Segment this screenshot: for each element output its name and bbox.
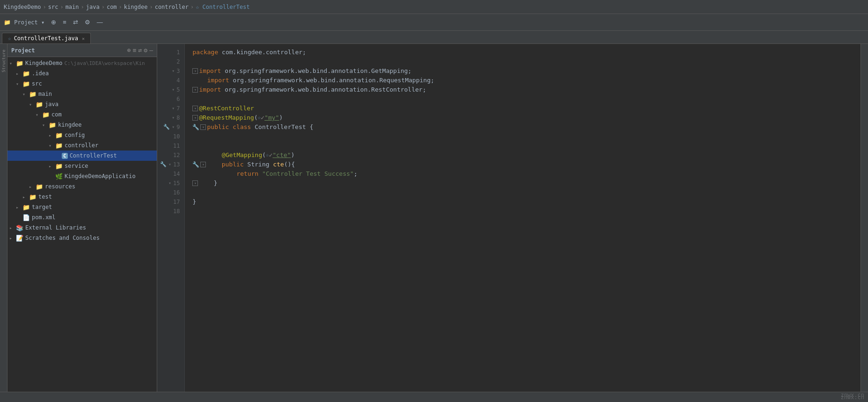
arrow-src: ▾ (16, 81, 22, 86)
tree-item-external-libs[interactable]: ▸ 📚 External Libraries (7, 223, 157, 233)
code-line-1: package com.kingdee.controller; (192, 48, 861, 57)
line-num-2: 2 (157, 57, 184, 66)
token-method-13: cte (273, 160, 284, 169)
code-line-12: @GetMapping ( ☆ ✓ "cte" ) (192, 151, 861, 160)
folder-icon-controller: 📁 (55, 142, 63, 149)
breadcrumb-main[interactable]: main (66, 4, 79, 10)
arrow-kingdee-pkg: ▾ (42, 122, 49, 128)
tree-item-service[interactable]: ▸ 📁 service (7, 161, 157, 171)
list-icon[interactable]: ≡ (133, 47, 137, 54)
folder-icon-src: 📁 (22, 80, 30, 87)
tree-label-src: src (32, 80, 42, 87)
right-strip (861, 44, 868, 392)
line-num-13: 🔧 ▾13 (157, 160, 184, 169)
tree-item-target[interactable]: ▸ 📁 target (7, 202, 157, 212)
tab-close-button[interactable]: ✕ (82, 36, 85, 41)
breadcrumb-src[interactable]: src (48, 4, 58, 10)
code-line-17: } (192, 197, 861, 207)
code-line-11 (192, 141, 861, 151)
sync-icon[interactable]: ⇄ (139, 47, 142, 54)
fold-marker-3[interactable]: ▾ (192, 68, 198, 74)
fold-marker-13[interactable]: ▾ (200, 162, 206, 167)
breadcrumb-com[interactable]: com (107, 4, 117, 10)
tree-item-idea[interactable]: ▸ 📁 .idea (7, 68, 157, 79)
tree-item-kingdeeapp[interactable]: 🌿 KingdeeDemoApplicatio (7, 171, 157, 181)
line-num-18: 18 (157, 207, 184, 216)
breadcrumb-project[interactable]: KingdeeDemo (4, 4, 41, 10)
tree-item-config[interactable]: ▸ 📁 config (7, 130, 157, 140)
tab-bar: ☆ ControllerTest.java ✕ (0, 31, 868, 44)
spring-run-icon-13[interactable]: 🔧 (192, 160, 199, 169)
breadcrumb-java[interactable]: java (86, 4, 100, 10)
project-dropdown[interactable]: 📁 Project ▾ (4, 19, 44, 26)
code-line-15: ▾ } (192, 179, 861, 188)
arrow-main: ▾ (22, 92, 29, 97)
fold-marker-15[interactable]: ▾ (192, 180, 198, 186)
tree-item-controllertest[interactable]: C ControllerTest (7, 151, 157, 161)
scratches-icon: 📝 (16, 235, 23, 242)
token-return-14: return (236, 169, 258, 179)
breadcrumb: KingdeeDemo › src › main › java › com › … (4, 4, 250, 10)
status-bar: znwx.cn (0, 392, 868, 402)
tree-item-java[interactable]: ▾ 📁 java (7, 99, 157, 109)
tree-label-target: target (32, 204, 52, 210)
tree-label-resources: resources (45, 183, 75, 190)
tree-label-external-libs: External Libraries (25, 224, 86, 231)
spring-symbol-8: ☆ (258, 113, 261, 122)
tree-item-pomxml[interactable]: 📄 pom.xml (7, 212, 157, 223)
code-line-3: ▾ import org.springframework.web.bind.an… (192, 66, 861, 76)
watermark-overlay: znwx.cn (840, 392, 864, 398)
tree-label-controller: controller (65, 142, 98, 149)
gear-icon[interactable]: ⚙ (144, 47, 147, 54)
breadcrumb-controller[interactable]: controller (155, 4, 189, 10)
add-icon[interactable]: ⊕ (127, 47, 131, 54)
project-header-icons: ⊕ ≡ ⇄ ⚙ — (127, 47, 153, 54)
settings-button[interactable]: ⚙ (82, 17, 93, 28)
tree-item-resources[interactable]: ▸ 📁 resources (7, 181, 157, 192)
main-content: Structure Project ⊕ ≡ ⇄ ⚙ — ▾ 📁 KingdeeD… (0, 44, 868, 392)
fold-marker-5[interactable]: ▾ (192, 87, 198, 93)
code-line-13: 🔧 ▾ public String cte (){ (192, 160, 861, 169)
fold-marker-7[interactable]: ▾ (192, 106, 198, 111)
structure-label[interactable]: Structure (1, 50, 6, 72)
hide-icon[interactable]: — (149, 47, 153, 54)
code-area[interactable]: 1 2 ▾3 4 ▾5 6 ▾7 ▾8 🔧 ▾9 (157, 44, 861, 392)
tree-item-kingdeedemo[interactable]: ▾ 📁 KingdeeDemo C:\java\IDEA\workspace\K… (7, 58, 157, 68)
tree-item-main[interactable]: ▾ 📁 main (7, 89, 157, 99)
tab-controllertest[interactable]: ☆ ControllerTest.java ✕ (2, 33, 91, 43)
code-line-5: ▾ import org.springframework.web.bind.an… (192, 85, 861, 94)
line-num-1: 1 (157, 48, 184, 57)
tree-label-scratches: Scratches and Consoles (25, 235, 100, 241)
line-num-14: 14 (157, 169, 184, 179)
tree-item-scratches[interactable]: ▸ 📝 Scratches and Consoles (7, 233, 157, 243)
fold-marker-9[interactable]: ▾ (200, 124, 206, 130)
token-plain-5: org.springframework.web.bind.annotation.… (221, 85, 426, 94)
arrow-java: ▾ (29, 102, 36, 107)
list-view-button[interactable]: ≡ (60, 17, 69, 28)
tree-item-test[interactable]: ▸ 📁 test (7, 192, 157, 202)
tab-label: ControllerTest.java (14, 35, 78, 42)
tree-item-src[interactable]: ▾ 📁 src (7, 79, 157, 89)
project-header: Project ⊕ ≡ ⇄ ⚙ — (7, 44, 157, 57)
arrow-idea: ▸ (16, 71, 22, 76)
code-line-16 (192, 188, 861, 197)
breadcrumb-class[interactable]: ☆ ControllerTest (196, 4, 250, 10)
spring-symbol-12: ☆ (266, 151, 269, 160)
line-num-17: 17 (157, 197, 184, 207)
code-line-6 (192, 94, 861, 104)
line-num-8: ▾8 (157, 113, 184, 122)
add-module-button[interactable]: ⊕ (48, 17, 59, 28)
sync-button[interactable]: ⇄ (70, 17, 81, 28)
minimize-button[interactable]: — (94, 17, 106, 28)
tree-item-controller[interactable]: ▾ 📁 controller (7, 140, 157, 151)
breadcrumb-kingdee[interactable]: kingdee (124, 4, 148, 10)
tree-item-com[interactable]: ▾ 📁 com (7, 109, 157, 120)
code-line-10 (192, 132, 861, 141)
line-numbers: 1 2 ▾3 4 ▾5 6 ▾7 ▾8 🔧 ▾9 (157, 44, 185, 392)
tree-path-kingdeedemo: C:\java\IDEA\workspace\Kin (64, 60, 145, 66)
spring-run-icon-9[interactable]: 🔧 (192, 122, 199, 132)
arrow-external-libs: ▸ (9, 225, 16, 230)
arrow-config: ▸ (49, 133, 55, 138)
fold-marker-8[interactable]: ▾ (192, 115, 198, 121)
tree-item-kingdee-pkg[interactable]: ▾ 📁 kingdee (7, 120, 157, 130)
